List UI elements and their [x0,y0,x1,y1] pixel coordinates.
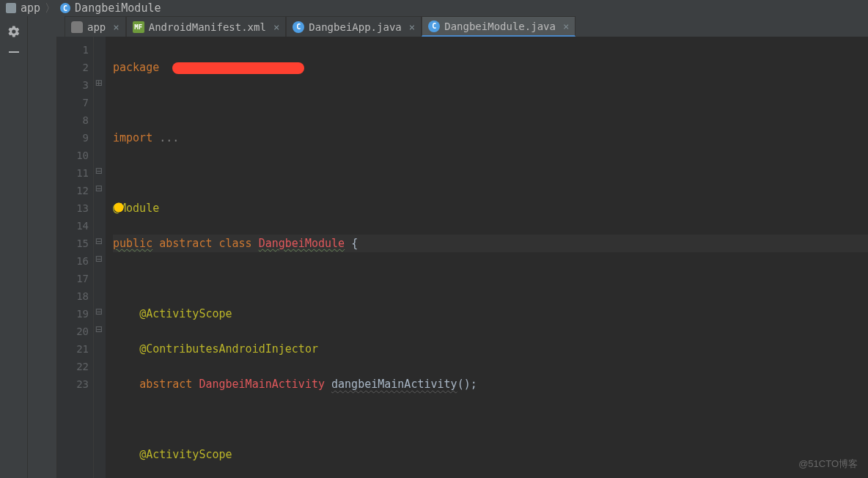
code-line: @ActivityScope [113,305,868,323]
line-gutter[interactable]: 1 2 3 7 8 9 10 11 12 13 14 15 16 17 18 1… [57,37,94,478]
tab-app[interactable]: app × [65,16,126,37]
code-line: @ActivityScope [113,446,868,463]
fold-collapse-icon[interactable]: ⊟ [95,323,103,330]
close-icon[interactable]: × [409,21,415,33]
line-number: 18 [57,287,89,305]
code-line: public abstract class DangbeiModule { [113,235,868,252]
code-line: abstract DangbeiMainActivity dangbeiMain… [113,375,868,393]
close-icon[interactable]: × [113,21,119,33]
tool-sidebar [0,16,28,478]
tab-label: AndroidManifest.xml [149,21,266,33]
line-number: 1 [57,41,89,59]
line-number: 17 [57,270,89,287]
fold-collapse-icon[interactable]: ⊟ [95,252,103,260]
code-line: import ... [113,129,868,147]
folder-icon [6,3,16,13]
line-number: 22 [57,358,89,375]
fold-collapse-icon[interactable]: ⊟ [95,182,103,189]
line-number: 9 [57,129,89,147]
line-number: 3 [57,76,89,94]
breadcrumb: app 〉 C DangbeiModule [0,0,868,16]
code-line [113,94,868,111]
line-number: 14 [57,217,89,235]
class-icon: C [428,21,440,32]
code-line: package [113,59,868,76]
close-icon[interactable]: × [273,21,279,33]
code-line: @ContributesAndroidInjector [113,340,868,358]
editor-body: 1 2 3 7 8 9 10 11 12 13 14 15 16 17 18 1… [28,37,868,478]
breadcrumb-folder[interactable]: app [21,1,40,15]
fold-expand-icon[interactable]: ⊞ [95,76,103,84]
tab-label: DangbeiApp.java [309,21,401,33]
close-icon[interactable]: × [563,21,569,32]
gradle-icon [71,21,83,33]
fold-column: ⊞ ⊟ ⊟ ⊟ ⊟ ⊟ ⊟ [94,37,106,478]
tab-label: DangbeiModule.java [444,21,556,32]
line-number: 21 [57,340,89,358]
line-number: 19 [57,305,89,323]
line-number: 8 [57,111,89,129]
class-icon: C [60,3,70,13]
line-number: 15 [57,235,89,252]
line-number: 11 [57,164,89,182]
tab-label: app [87,21,106,33]
line-number: 7 [57,94,89,111]
redacted-text [172,62,304,74]
line-number: 16 [57,252,89,270]
fold-collapse-icon[interactable]: ⊟ [95,305,103,312]
line-number: 2 [57,59,89,76]
editor-tabs: app × MF AndroidManifest.xml × C Dangbei… [28,16,868,37]
code-line [113,164,868,182]
fold-collapse-icon[interactable]: ⊟ [95,235,103,242]
line-number: 13 [57,199,89,217]
minimize-icon[interactable] [9,51,19,53]
line-number: 20 [57,323,89,340]
line-number: 23 [57,375,89,393]
margin-column [28,37,57,478]
tab-manifest[interactable]: MF AndroidManifest.xml × [126,16,287,37]
line-number: 12 [57,182,89,199]
manifest-icon: MF [133,21,144,33]
line-number: 10 [57,147,89,164]
watermark: @51CTO博客 [798,457,858,471]
code-line [113,270,868,287]
class-icon: C [293,21,304,33]
tab-dangbeimodule[interactable]: C DangbeiModule.java × [422,16,575,37]
breadcrumb-file[interactable]: DangbeiModule [75,1,161,15]
code-area[interactable]: package import ... @Module public abstra… [106,37,868,478]
chevron-right-icon: 〉 [45,1,56,15]
code-line [113,411,868,428]
gear-icon[interactable] [7,25,21,41]
tab-dangbeiapp[interactable]: C DangbeiApp.java × [286,16,422,37]
fold-collapse-icon[interactable]: ⊟ [95,164,103,172]
code-line: @Module [113,199,868,217]
intention-bulb-icon[interactable] [113,202,125,213]
